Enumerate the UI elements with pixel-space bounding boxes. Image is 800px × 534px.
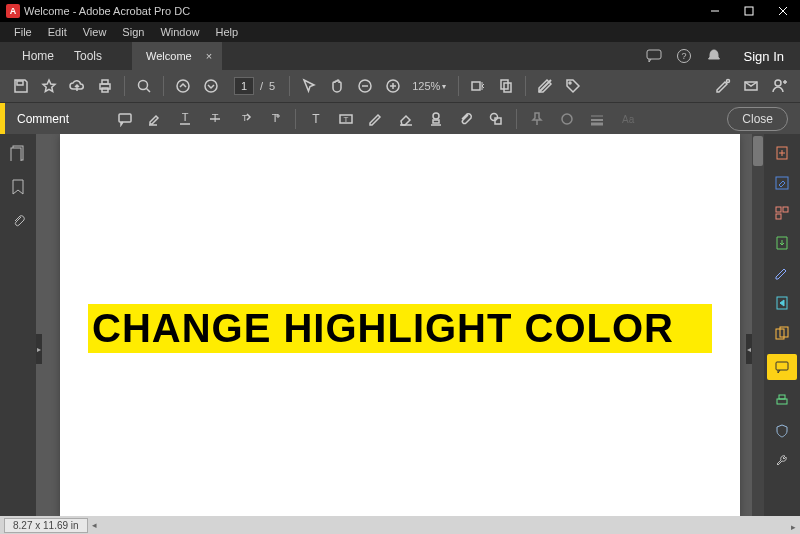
create-pdf-icon[interactable] [773, 144, 791, 162]
svg-point-47 [562, 114, 572, 124]
tag-icon[interactable] [560, 73, 586, 99]
statusbar: 8.27 x 11.69 in ◂ ▸ [0, 516, 800, 534]
fit-page-icon[interactable] [493, 73, 519, 99]
organize-icon[interactable] [773, 204, 791, 222]
pencil-icon[interactable] [362, 106, 390, 132]
window-controls [698, 0, 800, 22]
search-icon[interactable] [131, 73, 157, 99]
print-icon[interactable] [92, 73, 118, 99]
svg-point-15 [359, 80, 371, 92]
comment-label: Comment [5, 112, 81, 126]
text-comment-icon[interactable]: T [302, 106, 330, 132]
bookmark-icon[interactable] [9, 178, 27, 196]
pointer-icon[interactable] [296, 73, 322, 99]
highlight-tool-icon[interactable] [141, 106, 169, 132]
attach-icon[interactable] [452, 106, 480, 132]
svg-rect-61 [780, 327, 788, 337]
replace-text-icon[interactable]: T [231, 106, 259, 132]
protect-icon[interactable] [773, 422, 791, 440]
highlighted-text[interactable]: CHANGE HIGHLIGHT COLOR [88, 304, 712, 353]
send-icon[interactable] [773, 294, 791, 312]
page-up-icon[interactable] [170, 73, 196, 99]
export-icon[interactable] [773, 234, 791, 252]
svg-rect-20 [472, 82, 480, 90]
comment-tool-icon[interactable] [767, 354, 797, 380]
page-sep: / [260, 80, 263, 92]
textbox-icon[interactable]: T [332, 106, 360, 132]
document-canvas[interactable]: ▸ CHANGE HIGHLIGHT COLOR ◂ [36, 134, 764, 516]
menu-view[interactable]: View [75, 24, 115, 40]
pdf-page: CHANGE HIGHLIGHT COLOR [60, 134, 740, 516]
stamp-icon[interactable] [422, 106, 450, 132]
menu-file[interactable]: File [6, 24, 40, 40]
zoom-dropdown[interactable]: 125%▾ [408, 80, 452, 92]
color-icon[interactable] [553, 106, 581, 132]
svg-rect-7 [17, 81, 23, 85]
redact-icon[interactable] [532, 73, 558, 99]
tab-label: Welcome [146, 50, 192, 62]
svg-point-17 [387, 80, 399, 92]
svg-text:T: T [212, 112, 219, 124]
svg-rect-46 [495, 118, 501, 124]
svg-rect-39 [340, 115, 352, 123]
edit-pdf-icon[interactable] [710, 73, 736, 99]
close-button[interactable] [766, 0, 800, 22]
chat-icon[interactable] [646, 48, 662, 64]
zoom-in-icon[interactable] [380, 73, 406, 99]
more-tools-icon[interactable] [773, 452, 791, 470]
scroll-thumb[interactable] [753, 136, 763, 166]
menu-window[interactable]: Window [152, 24, 207, 40]
left-collapse-handle[interactable]: ▸ [36, 334, 42, 364]
document-tab[interactable]: Welcome × [132, 42, 222, 70]
maximize-button[interactable] [732, 0, 766, 22]
nav-home[interactable]: Home [12, 49, 64, 63]
chevron-left-icon[interactable]: ◂ [92, 520, 97, 530]
svg-point-14 [205, 80, 217, 92]
svg-point-27 [775, 80, 781, 86]
menu-sign[interactable]: Sign [114, 24, 152, 40]
mail-icon[interactable] [738, 73, 764, 99]
strikethrough-tool-icon[interactable]: T [201, 106, 229, 132]
tab-close-icon[interactable]: × [206, 50, 212, 62]
page-down-icon[interactable] [198, 73, 224, 99]
svg-point-45 [491, 113, 498, 120]
zoom-out-icon[interactable] [352, 73, 378, 99]
shapes-icon[interactable] [482, 106, 510, 132]
minimize-button[interactable] [698, 0, 732, 22]
chevron-right-icon[interactable]: ▸ [787, 520, 800, 534]
sign-in-button[interactable]: Sign In [736, 49, 792, 64]
cloud-icon[interactable] [64, 73, 90, 99]
page-current-input[interactable] [234, 77, 254, 95]
eraser-icon[interactable] [392, 106, 420, 132]
svg-line-3 [779, 7, 787, 15]
nav-tools[interactable]: Tools [64, 49, 112, 63]
combine-icon[interactable] [773, 324, 791, 342]
vertical-scrollbar[interactable] [752, 134, 764, 516]
help-icon[interactable]: ? [676, 48, 692, 64]
insert-text-icon[interactable]: T [261, 106, 289, 132]
bell-icon[interactable] [706, 48, 722, 64]
svg-point-24 [569, 82, 571, 84]
thumbnails-icon[interactable] [9, 144, 27, 162]
star-icon[interactable] [36, 73, 62, 99]
svg-text:?: ? [681, 51, 686, 61]
line-weight-icon[interactable] [583, 106, 611, 132]
user-icon[interactable] [766, 73, 792, 99]
close-panel-button[interactable]: Close [727, 107, 788, 131]
pin-icon[interactable] [523, 106, 551, 132]
svg-rect-8 [100, 84, 110, 89]
menubar: File Edit View Sign Window Help [0, 22, 800, 42]
sign-tool-icon[interactable] [773, 264, 791, 282]
hand-icon[interactable] [324, 73, 350, 99]
menu-edit[interactable]: Edit [40, 24, 75, 40]
print-tool-icon[interactable] [773, 392, 791, 410]
save-icon[interactable] [8, 73, 34, 99]
svg-rect-21 [501, 80, 508, 89]
underline-tool-icon[interactable]: T [171, 106, 199, 132]
text-style-icon[interactable]: Aa [613, 106, 641, 132]
fit-width-icon[interactable] [465, 73, 491, 99]
menu-help[interactable]: Help [208, 24, 247, 40]
attachment-icon[interactable] [9, 212, 27, 230]
edit-pdf-tool-icon[interactable] [773, 174, 791, 192]
sticky-note-icon[interactable] [111, 106, 139, 132]
